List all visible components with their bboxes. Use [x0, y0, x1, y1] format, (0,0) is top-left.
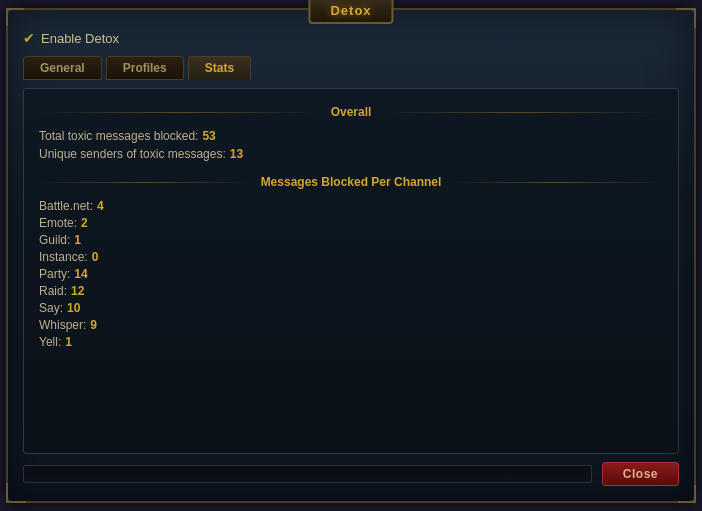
channel-line-guild: Guild: 1 — [39, 233, 663, 247]
channel-value-5: 12 — [71, 284, 84, 298]
window-title: Detox — [330, 3, 371, 18]
enable-label: Enable Detox — [41, 31, 119, 46]
unique-senders-line: Unique senders of toxic messages: 13 — [39, 147, 663, 161]
channel-line-emote: Emote: 2 — [39, 216, 663, 230]
channel-name-4: Party: — [39, 267, 70, 281]
bottom-bar: Close — [23, 462, 679, 486]
enable-row: ✔ Enable Detox — [23, 30, 679, 46]
channel-name-3: Instance: — [39, 250, 88, 264]
channels-divider-right — [451, 182, 663, 183]
channel-name-7: Whisper: — [39, 318, 86, 332]
channel-list: Battle.net: 4Emote: 2Guild: 1Instance: 0… — [39, 199, 663, 349]
channel-name-2: Guild: — [39, 233, 70, 247]
stats-content: Overall Total toxic messages blocked: 53… — [23, 88, 679, 454]
channel-value-6: 10 — [67, 301, 80, 315]
overall-section-title: Overall — [331, 105, 372, 119]
unique-senders-value: 13 — [230, 147, 243, 161]
channel-line-party: Party: 14 — [39, 267, 663, 281]
channel-value-8: 1 — [65, 335, 72, 349]
divider-right — [381, 112, 663, 113]
window-content: ✔ Enable Detox General Profiles Stats Ov… — [8, 10, 694, 501]
channels-divider: Messages Blocked Per Channel — [39, 175, 663, 189]
close-button[interactable]: Close — [602, 462, 679, 486]
channel-value-0: 4 — [97, 199, 104, 213]
tab-profiles[interactable]: Profiles — [106, 56, 184, 80]
corner-tl — [6, 8, 24, 26]
channel-line-whisper: Whisper: 9 — [39, 318, 663, 332]
progress-bar — [23, 465, 592, 483]
total-blocked-value: 53 — [202, 129, 215, 143]
channels-section-title: Messages Blocked Per Channel — [261, 175, 442, 189]
channel-value-2: 1 — [74, 233, 81, 247]
total-blocked-label: Total toxic messages blocked: — [39, 129, 198, 143]
checkmark-icon[interactable]: ✔ — [23, 30, 35, 46]
channel-value-4: 14 — [74, 267, 87, 281]
channel-value-7: 9 — [90, 318, 97, 332]
total-blocked-line: Total toxic messages blocked: 53 — [39, 129, 663, 143]
channel-line-say: Say: 10 — [39, 301, 663, 315]
overall-divider: Overall — [39, 105, 663, 119]
divider-left — [39, 112, 321, 113]
title-bar: Detox — [308, 0, 393, 24]
channel-name-1: Emote: — [39, 216, 77, 230]
channel-line-instance: Instance: 0 — [39, 250, 663, 264]
channel-name-0: Battle.net: — [39, 199, 93, 213]
main-window: Detox ✔ Enable Detox General Profiles St… — [6, 8, 696, 503]
channel-name-6: Say: — [39, 301, 63, 315]
corner-br — [678, 485, 696, 503]
channel-line-battle.net: Battle.net: 4 — [39, 199, 663, 213]
tabs-row: General Profiles Stats — [23, 56, 679, 80]
channel-line-yell: Yell: 1 — [39, 335, 663, 349]
tab-stats[interactable]: Stats — [188, 56, 251, 80]
channel-value-3: 0 — [92, 250, 99, 264]
channel-line-raid: Raid: 12 — [39, 284, 663, 298]
channel-name-5: Raid: — [39, 284, 67, 298]
tab-general[interactable]: General — [23, 56, 102, 80]
unique-senders-label: Unique senders of toxic messages: — [39, 147, 226, 161]
channel-name-8: Yell: — [39, 335, 61, 349]
channel-value-1: 2 — [81, 216, 88, 230]
channels-divider-left — [39, 182, 251, 183]
